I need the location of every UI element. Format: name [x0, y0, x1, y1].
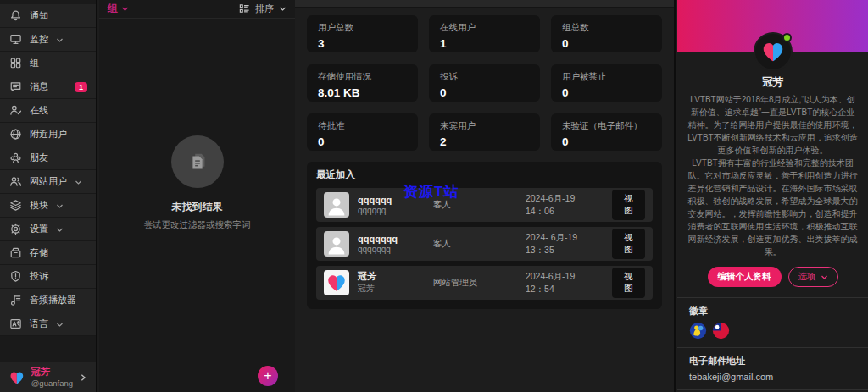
- sidebar-item-nearby-users[interactable]: 附近用户: [0, 123, 96, 146]
- sidebar-item-label: 网站用户: [30, 175, 67, 188]
- shield-icon: [8, 270, 22, 284]
- sidebar-item-notifications[interactable]: 通知: [0, 4, 96, 28]
- row-user-handle: 冠芳: [358, 283, 433, 295]
- stat-card-storage-usage: 存储使用情况 8.01 KB: [307, 64, 418, 102]
- sidebar-item-monitoring[interactable]: 监控: [0, 28, 96, 52]
- table-row[interactable]: qqqqqqq qqqqqqq 客人 2024- 6月-19 13：35 视图: [316, 227, 653, 261]
- sidebar-item-label: 语言: [30, 317, 48, 330]
- avatar: [324, 231, 349, 257]
- unread-count-badge: 1: [75, 82, 87, 92]
- users-icon: [8, 175, 22, 189]
- add-group-button[interactable]: +: [258, 366, 278, 386]
- sidebar-item-audio-player[interactable]: 音频播放器: [0, 289, 96, 312]
- options-button[interactable]: 选项: [788, 267, 838, 287]
- language-icon: [8, 317, 22, 331]
- sidebar-item-storage[interactable]: 存储: [0, 241, 96, 265]
- profile-actions: 编辑个人资料 选项: [677, 267, 868, 287]
- row-date: 2024- 6月-19 13：35: [526, 231, 612, 257]
- friends-icon: [8, 152, 22, 165]
- app-logo-badge-icon[interactable]: [689, 322, 707, 340]
- row-user: qqqqqqq qqqqqqq: [358, 234, 433, 255]
- sidebar-item-online[interactable]: 在线: [0, 99, 96, 123]
- sidebar-item-site-users[interactable]: 网站用户: [0, 170, 96, 194]
- groups-panel-header: 组 排序: [99, 0, 295, 19]
- empty-state-title: 未找到结果: [99, 200, 295, 214]
- options-button-label: 选项: [798, 271, 816, 283]
- main-content: 用户总数 3 在线用户 1 组总数 0 存储使用情况 8.01 KB 投诉 0 …: [295, 0, 676, 392]
- sidebar-item-modules[interactable]: 模块: [0, 194, 96, 218]
- stat-value: 0: [562, 86, 651, 99]
- stat-value: 1: [440, 37, 529, 50]
- view-button[interactable]: 视图: [612, 190, 645, 220]
- stat-value: 0: [440, 86, 529, 99]
- sort-control[interactable]: 排序: [239, 3, 287, 15]
- chevron-right-icon: [79, 370, 87, 385]
- row-time-value: 13：35: [526, 244, 612, 257]
- edit-profile-button[interactable]: 编辑个人资料: [708, 267, 782, 287]
- heart-logo-icon: [760, 39, 786, 64]
- stat-value: 0: [318, 135, 407, 148]
- chevron-down-icon: [56, 32, 64, 47]
- sidebar-item-label: 通知: [30, 9, 48, 22]
- stat-value: 0: [562, 37, 651, 50]
- row-role: 客人: [433, 238, 526, 250]
- stat-label: 来宾用户: [440, 120, 529, 132]
- sidebar-user-handle: @guanfang: [31, 378, 73, 388]
- profile-name: 冠芳: [677, 75, 868, 90]
- gear-icon: [8, 223, 22, 236]
- view-button[interactable]: 视图: [612, 268, 645, 298]
- sidebar-item-label: 设置: [30, 223, 48, 235]
- sidebar-profile-card[interactable]: 冠芳 @guanfang: [0, 362, 96, 392]
- online-status-dot: [782, 33, 792, 42]
- row-date: 2024-6月-19 12：54: [526, 270, 612, 295]
- audio-icon: [8, 294, 22, 307]
- stat-card-complaints: 投诉 0: [429, 64, 540, 102]
- view-button[interactable]: 视图: [612, 229, 645, 259]
- groups-filter-dropdown[interactable]: 组: [108, 2, 129, 16]
- stat-card-total-users: 用户总数 3: [307, 15, 418, 52]
- sidebar-item-language[interactable]: 语言: [0, 312, 96, 336]
- stat-label: 未验证（电子邮件）: [562, 120, 651, 132]
- layers-icon: [8, 199, 22, 213]
- globe-icon: [8, 128, 22, 141]
- chat-icon: [8, 80, 22, 94]
- list-view-icon: [239, 3, 250, 14]
- chevron-down-icon: [56, 317, 64, 332]
- row-date-value: 2024- 6月-19: [526, 231, 612, 244]
- sidebar: 通知 监控 组 消息 1 在线 附近用户: [0, 0, 97, 392]
- stat-value: 0: [562, 135, 651, 148]
- sidebar-item-groups[interactable]: 组: [0, 52, 96, 75]
- chevron-down-icon: [279, 5, 287, 13]
- taiwan-flag-badge-icon[interactable]: [712, 322, 730, 340]
- profile-bio-paragraph-1: LVTBT网站于2018年8月成立,“以人为本、创新价值、追求卓越”一直是LVT…: [677, 90, 868, 157]
- row-user: qqqqqq qqqqqq: [358, 195, 433, 216]
- avatar[interactable]: [754, 32, 793, 71]
- user-check-icon: [8, 104, 22, 118]
- table-row[interactable]: 冠芳 冠芳 网站管理员 2024-6月-19 12：54 视图: [316, 266, 653, 300]
- sidebar-item-complaints[interactable]: 投诉: [0, 265, 96, 289]
- sidebar-item-label: 附近用户: [30, 128, 67, 141]
- sidebar-item-friends[interactable]: 朋友: [0, 146, 96, 170]
- sidebar-user-info: 冠芳 @guanfang: [31, 367, 73, 387]
- profile-panel: 冠芳 LVTBT网站于2018年8月成立,“以人为本、创新价值、追求卓越”一直是…: [677, 0, 868, 392]
- table-row[interactable]: qqqqqq qqqqqq 客人 2024-6月-19 14：06 视图: [316, 188, 653, 222]
- row-time-value: 14：06: [526, 205, 612, 218]
- sidebar-item-label: 监控: [30, 33, 48, 46]
- badges-row: [689, 322, 856, 340]
- stat-label: 在线用户: [440, 22, 529, 34]
- stat-label: 用户被禁止: [562, 71, 651, 83]
- empty-state: 未找到结果 尝试更改过滤器或搜索字词: [99, 135, 295, 231]
- field-value: tebakeji@gmail.com: [689, 372, 856, 382]
- sidebar-item-settings[interactable]: 设置: [0, 218, 96, 241]
- stat-value: 3: [318, 37, 407, 50]
- field-email: 电子邮件地址 tebakeji@gmail.com: [677, 347, 868, 389]
- stat-card-total-groups: 组总数 0: [551, 15, 662, 52]
- recent-joined-title: 最近加入: [316, 168, 653, 181]
- sidebar-item-label: 在线: [30, 104, 48, 117]
- row-user: 冠芳 冠芳: [358, 271, 433, 295]
- row-user-handle: qqqqqq: [358, 206, 433, 215]
- sidebar-item-messages[interactable]: 消息 1: [0, 75, 96, 99]
- user-avatar: [8, 367, 25, 389]
- grid-icon: [8, 57, 22, 70]
- sidebar-item-label: 音频播放器: [30, 294, 76, 306]
